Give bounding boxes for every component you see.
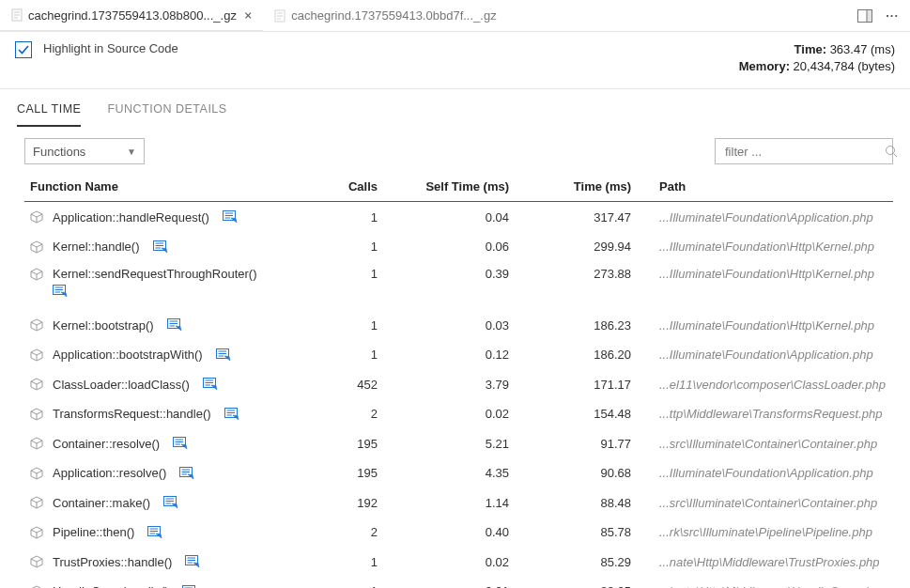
time-cell: 90.68 (509, 466, 631, 480)
editor-tab[interactable]: cachegrind.1737559413.0bbd7f..._.gz (263, 0, 507, 31)
table-row[interactable]: ClassLoader::loadClass()4523.79171.17...… (24, 369, 893, 399)
path-cell: ...Illuminate\Foundation\Application.php (631, 348, 893, 362)
function-name: ClassLoader::loadClass() (53, 378, 190, 392)
jump-to-source-icon[interactable] (224, 408, 239, 421)
path-cell: ...ttp\Middleware\TransformsRequest.php (631, 407, 893, 421)
svg-marker-13 (31, 211, 42, 217)
subtab-function-details[interactable]: FUNCTION DETAILS (107, 102, 226, 127)
jump-to-source-icon[interactable] (147, 526, 162, 539)
jump-to-source-icon[interactable] (163, 496, 178, 509)
function-cell: Kernel::handle() (24, 240, 312, 254)
table-row[interactable]: Kernel::sendRequestThroughRouter()10.392… (24, 261, 893, 310)
table-row[interactable]: Pipeline::then()20.4085.78...rk\src\Illu… (24, 518, 893, 548)
self-time-cell: 0.02 (378, 555, 509, 569)
function-name: Application::resolve() (53, 466, 166, 480)
function-icon (30, 585, 43, 588)
jump-to-source-icon[interactable] (179, 467, 194, 480)
filter-box[interactable] (715, 138, 893, 164)
function-name: Kernel::sendRequestThroughRouter() (53, 267, 257, 281)
function-cell: Kernel::sendRequestThroughRouter() (24, 267, 312, 298)
close-icon[interactable]: × (244, 8, 252, 23)
time-cell: 171.17 (509, 378, 631, 392)
col-time[interactable]: Time (ms) (509, 179, 631, 193)
svg-rect-9 (867, 10, 871, 22)
jump-to-source-icon[interactable] (53, 285, 257, 298)
jump-to-source-icon[interactable] (185, 555, 200, 568)
table-row[interactable]: TransformsRequest::handle()20.02154.48..… (24, 399, 893, 429)
function-name: Kernel::bootstrap() (53, 318, 154, 333)
search-icon (885, 145, 898, 158)
controls-row: Functions ▼ (0, 127, 910, 174)
svg-marker-23 (31, 269, 42, 274)
split-panel-icon[interactable] (857, 9, 872, 23)
col-function-name[interactable]: Function Name (24, 179, 312, 193)
function-cell: Container::resolve() (24, 437, 312, 451)
table-row[interactable]: TrustProxies::handle()10.0285.29...nate\… (24, 547, 893, 577)
calls-cell: 192 (312, 496, 378, 510)
self-time-cell: 4.35 (378, 466, 509, 480)
sub-tabs: CALL TIME FUNCTION DETAILS (0, 89, 910, 127)
path-cell: ...rk\src\Illuminate\Pipeline\Pipeline.p… (631, 525, 893, 539)
function-cell: HandleCors::handle() (24, 584, 312, 588)
svg-marker-18 (31, 241, 42, 247)
jump-to-source-icon[interactable] (153, 240, 168, 254)
svg-marker-38 (31, 379, 42, 384)
function-icon (30, 268, 43, 281)
time-label: Time: (794, 42, 826, 56)
self-time-cell: 5.21 (378, 437, 509, 451)
function-name: TrustProxies::handle() (53, 555, 172, 569)
svg-marker-63 (31, 527, 42, 533)
jump-to-source-icon[interactable] (167, 318, 182, 332)
time-cell: 154.48 (509, 407, 631, 421)
col-path[interactable]: Path (631, 179, 893, 193)
table-row[interactable]: Kernel::handle()10.06299.94...Illuminate… (24, 232, 893, 262)
svg-marker-68 (31, 556, 42, 562)
time-cell: 83.25 (509, 584, 631, 588)
highlight-checkbox[interactable] (15, 41, 32, 58)
tab-bar: cachegrind.1737559413.08b800..._.gz × ca… (0, 0, 910, 32)
jump-to-source-icon[interactable] (182, 585, 197, 588)
table-row[interactable]: Application::handleRequest()10.04317.47.… (24, 202, 893, 232)
table-row[interactable]: HandleCors::handle()10.0183.25...inate\H… (24, 577, 893, 588)
table-row[interactable]: Container::resolve()1955.2191.77...src\I… (24, 428, 893, 458)
path-cell: ...Illuminate\Foundation\Application.php (631, 210, 893, 224)
subtab-call-time[interactable]: CALL TIME (17, 102, 81, 127)
col-calls[interactable]: Calls (312, 179, 378, 193)
jump-to-source-icon[interactable] (216, 348, 231, 362)
table-row[interactable]: Kernel::bootstrap()10.03186.23...Illumin… (24, 310, 893, 340)
svg-marker-43 (31, 409, 42, 414)
path-cell: ...src\Illuminate\Container\Container.ph… (631, 496, 893, 510)
file-icon (274, 9, 285, 23)
svg-marker-53 (31, 468, 42, 473)
function-name: TransformsRequest::handle() (53, 407, 211, 421)
table-row[interactable]: Container::make()1921.1488.48...src\Illu… (24, 487, 893, 518)
table-row[interactable]: Application::bootstrapWith()10.12186.20.… (24, 340, 893, 370)
jump-to-source-icon[interactable] (223, 210, 238, 224)
function-cell: TransformsRequest::handle() (24, 407, 312, 421)
function-name: Container::make() (53, 496, 150, 510)
grouping-dropdown[interactable]: Functions ▼ (24, 138, 145, 164)
svg-line-12 (894, 154, 898, 158)
calls-cell: 1 (312, 348, 378, 362)
function-name: Kernel::handle() (53, 240, 140, 254)
calls-cell: 1 (312, 318, 378, 333)
memory-label: Memory: (739, 59, 790, 73)
calls-cell: 195 (312, 437, 378, 451)
table-row[interactable]: Application::resolve()1954.3590.68...Ill… (24, 458, 893, 488)
editor-tab-active[interactable]: cachegrind.1737559413.08b800..._.gz × (0, 0, 263, 31)
self-time-cell: 0.03 (378, 318, 509, 333)
self-time-cell: 0.39 (378, 267, 509, 281)
self-time-cell: 3.79 (378, 378, 509, 392)
file-icon (11, 8, 23, 22)
filter-input[interactable] (723, 144, 885, 160)
time-value: 363.47 (ms) (830, 42, 895, 56)
jump-to-source-icon[interactable] (173, 437, 188, 450)
svg-marker-48 (31, 438, 42, 443)
function-cell: Application::resolve() (24, 466, 312, 480)
function-name: Application::bootstrapWith() (53, 348, 203, 362)
jump-to-source-icon[interactable] (203, 378, 218, 391)
more-icon[interactable]: ··· (886, 8, 899, 23)
col-self-time[interactable]: Self Time (ms) (378, 179, 509, 193)
function-name: Container::resolve() (53, 437, 160, 451)
table-body: Application::handleRequest()10.04317.47.… (24, 202, 893, 588)
